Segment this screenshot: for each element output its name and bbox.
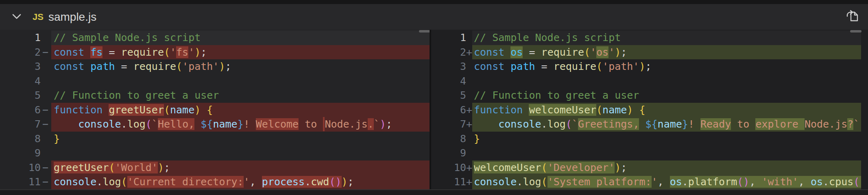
code-content: welcomeUser('Developer'); [472,160,861,175]
code-token: ! [688,118,700,130]
code-content: function greetUser(name) { [51,103,430,117]
code-token: require [554,61,596,72]
code-token: ( [596,61,602,72]
code-content [51,146,430,160]
diff-sign [41,88,51,103]
diff-sign [466,74,472,89]
code-token: ' [590,46,596,58]
diff-pane-modified[interactable]: 1// Sample Node.js script2+const os = re… [431,30,868,189]
code-token: ( [121,176,127,188]
diff-body: 1// Sample Node.js script2−const fs = re… [0,30,868,189]
diff-sign [41,132,51,146]
code-token: const [474,61,510,72]
code-line: 9 [0,146,430,160]
code-token: os [510,46,523,58]
file-name: sample.js [48,11,96,24]
line-number: 7 [0,117,41,132]
code-line: 6−function greetUser(name) { [0,103,430,117]
line-number: 4 [431,74,466,89]
code-line: 5// Function to greet a user [431,88,861,103]
code-token: ( [146,118,152,130]
code-line: 8} [431,132,861,146]
code-content [51,74,430,89]
code-token: console [54,176,96,188]
code-token: , [658,176,670,188]
code-token: ; [621,46,627,58]
code-content [472,74,861,89]
code-token: ) [380,118,386,130]
code-token: process [262,176,305,188]
code-content: const path = require('path'); [51,59,430,74]
code-line: 3const path = require('path'); [431,59,861,74]
open-file-button[interactable] [845,10,860,24]
code-token [201,104,207,116]
code-token: . [96,176,103,188]
code-token: log [547,118,566,130]
code-line: 6+function welcomeUser(name) { [431,103,861,117]
code-token: ) [859,176,861,188]
diff-pane-original[interactable]: 1// Sample Node.js script2−const fs = re… [0,30,430,189]
code-token: // Function to greet a user [474,89,639,101]
code-content: console.log(`Hello, ${name}! Welcome to … [51,117,430,132]
diff-sign: + [466,45,472,60]
code-content: // Sample Node.js script [472,30,861,45]
code-token: ( [164,46,170,58]
code-token: ' [652,176,658,188]
code-token: log [127,118,146,130]
line-number: 2 [431,45,466,60]
code-token: Ready [700,118,731,130]
code-token: . [517,176,523,188]
code-token: ( [737,176,743,188]
code-token: = [115,61,133,72]
code-token: 'path' [182,61,219,72]
line-number: 8 [431,132,466,146]
code-token: function [54,104,109,116]
collapse-button[interactable] [11,11,23,23]
code-token: ) [743,176,749,188]
code-token: // Function to greet a user [54,89,219,101]
original-code: 1// Sample Node.js script2−const fs = re… [0,30,430,189]
code-token: ` [374,118,380,130]
code-line: 7− console.log(`Hello, ${name}! Welcome … [0,117,430,132]
code-token [639,118,645,130]
code-content: const path = require('path'); [472,59,861,74]
line-number: 6 [0,103,41,117]
code-token: ' [170,46,176,58]
code-token: ; [225,61,231,72]
code-token: ( [541,176,547,188]
line-number: 5 [0,88,41,103]
line-number: 6 [431,103,466,117]
code-line: 4 [431,74,861,89]
code-token: ; [386,118,392,130]
code-token: require [121,46,164,58]
code-token: } [238,118,244,130]
code-token: name [213,118,237,130]
diff-sign [466,88,472,103]
code-token: = [103,46,121,58]
code-token: . [823,176,829,188]
code-content: const os = require('os'); [472,45,861,60]
code-token: os [670,176,682,188]
code-line: 1// Sample Node.js script [431,30,861,45]
code-line: 4 [0,74,430,89]
diff-sign [41,146,51,160]
diff-sign [41,30,51,45]
left-scrollbar-thumb[interactable] [419,30,430,32]
code-token: ' [244,176,250,188]
code-token: ! [244,118,256,130]
code-token: Node.js [325,118,367,130]
right-scrollbar-thumb[interactable] [850,30,861,32]
code-token: Hello, [158,118,194,130]
code-token: ' [188,46,194,58]
code-token: ( [584,46,590,58]
diff-sign: − [41,103,51,117]
code-token: } [54,133,60,145]
code-token: ( [109,162,115,173]
diff-editor-widget: JS sample.js 1// Sample Node.js script2−… [0,0,868,195]
code-token: ( [329,176,335,188]
code-token: ( [596,104,602,116]
code-token: ? [847,118,853,130]
code-line: 11−console.log('Current directory:', pro… [0,175,430,189]
code-token: greetUser [54,162,109,173]
code-token: ` [152,118,158,130]
